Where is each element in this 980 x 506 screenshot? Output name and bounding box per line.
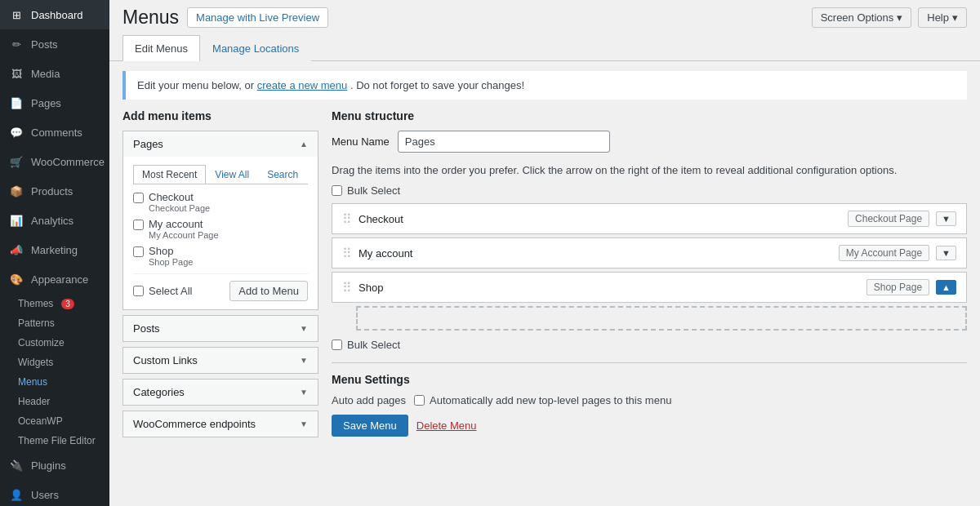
sidebar-sub-item-themes[interactable]: Themes 3 xyxy=(0,294,109,313)
sidebar-sub-item-theme-file-editor[interactable]: Theme File Editor xyxy=(0,431,109,451)
save-menu-button[interactable]: Save Menu xyxy=(332,415,408,437)
notice-text-after: . Do not forget to save your changes! xyxy=(350,79,524,91)
inner-tab-most-recent[interactable]: Most Recent xyxy=(133,165,206,184)
left-column: Add menu items Pages ▲ Most Recent View … xyxy=(122,109,318,442)
appearance-icon: 🎨 xyxy=(8,271,24,287)
select-all-checkbox[interactable] xyxy=(133,286,144,296)
accordion-posts-header[interactable]: Posts ▼ xyxy=(123,316,318,341)
menu-item-checkout-left: ⠿ Checkout xyxy=(342,211,403,227)
drag-handle-icon[interactable]: ⠿ xyxy=(342,246,352,261)
sidebar-item-label: Marketing xyxy=(31,244,78,256)
menu-name-input[interactable] xyxy=(398,131,610,153)
sidebar-item-users[interactable]: 👤 Users xyxy=(0,480,109,506)
add-to-menu-button[interactable]: Add to Menu xyxy=(229,281,308,301)
sidebar-item-analytics[interactable]: 📊 Analytics xyxy=(0,206,109,235)
menu-item-checkout-toggle[interactable]: ▼ xyxy=(936,211,956,226)
menu-item-shop-toggle[interactable]: ▲ xyxy=(936,280,956,295)
accordion-woo-endpoints-header[interactable]: WooCommerce endpoints ▼ xyxy=(123,411,318,437)
sidebar-item-posts[interactable]: ✏ Posts xyxy=(0,29,109,59)
menu-item-checkout-right: Checkout Page ▼ xyxy=(848,211,956,227)
select-all-check: Select All xyxy=(133,285,192,297)
header-label: Header xyxy=(18,396,50,407)
auto-add-check: Automatically add new top-level pages to… xyxy=(414,394,671,406)
inner-tab-search[interactable]: Search xyxy=(258,165,307,184)
accordion-posts-title: Posts xyxy=(133,322,160,335)
menu-name-row: Menu Name xyxy=(332,131,967,153)
drag-handle-icon[interactable]: ⠿ xyxy=(342,211,352,227)
accordion-pages-title: Pages xyxy=(133,138,163,150)
sidebar-item-pages[interactable]: 📄 Pages xyxy=(0,88,109,118)
menu-item-my-account-header: ⠿ My account My Account Page ▼ xyxy=(332,238,966,268)
drag-instruction: Drag the items into the order you prefer… xyxy=(332,164,967,176)
menu-item-shop-type: Shop Page xyxy=(866,279,929,295)
auto-add-label: Auto add pages xyxy=(332,394,406,406)
accordion-woo-endpoints-title: WooCommerce endpoints xyxy=(133,418,256,430)
sidebar-item-label: WooCommerce xyxy=(31,156,105,168)
notice-bar: Edit your menu below, or create a new me… xyxy=(122,71,967,100)
help-label: Help xyxy=(927,11,949,24)
chevron-up-icon: ▲ xyxy=(300,140,308,149)
create-new-menu-link[interactable]: create a new menu xyxy=(257,79,348,91)
menu-name-label: Menu Name xyxy=(332,135,390,148)
sidebar-sub-item-oceanwp[interactable]: OceanWP xyxy=(0,411,109,431)
delete-menu-link[interactable]: Delete Menu xyxy=(416,419,477,432)
menu-item-my-account-toggle[interactable]: ▼ xyxy=(936,246,956,260)
menu-item-my-account-title: My account xyxy=(359,247,412,260)
sidebar-sub-item-customize[interactable]: Customize xyxy=(0,333,109,353)
my-account-checkbox[interactable] xyxy=(133,220,144,230)
accordion-categories-header[interactable]: Categories ▼ xyxy=(123,380,318,405)
menu-item-shop-header: ⠿ Shop Shop Page ▲ xyxy=(332,273,966,302)
sidebar-item-plugins[interactable]: 🔌 Plugins xyxy=(0,451,109,480)
sidebar-item-marketing[interactable]: 📣 Marketing xyxy=(0,235,109,264)
manage-live-preview-button[interactable]: Manage with Live Preview xyxy=(187,7,328,28)
inner-tab-view-all[interactable]: View All xyxy=(206,165,258,184)
help-button[interactable]: Help ▾ xyxy=(918,7,967,28)
bulk-select-top-label[interactable]: Bulk Select xyxy=(347,184,400,197)
accordion-custom-links-title: Custom Links xyxy=(133,354,198,366)
theme-file-editor-label: Theme File Editor xyxy=(18,435,96,446)
tab-edit-menus[interactable]: Edit Menus xyxy=(122,35,200,61)
sidebar-item-media[interactable]: 🖼 Media xyxy=(0,59,109,88)
bulk-select-bottom-row: Bulk Select xyxy=(332,339,967,351)
sidebar-item-label: Dashboard xyxy=(31,9,83,21)
sidebar-sub-item-patterns[interactable]: Patterns xyxy=(0,313,109,333)
shop-checkbox[interactable] xyxy=(133,246,144,257)
accordion-pages-header[interactable]: Pages ▲ xyxy=(123,131,318,157)
my-account-label[interactable]: My account My Account Page xyxy=(149,218,219,240)
sidebar-item-woocommerce[interactable]: 🛒 WooCommerce xyxy=(0,147,109,176)
sidebar-item-dashboard[interactable]: ⊞ Dashboard xyxy=(0,0,109,29)
sidebar-item-appearance[interactable]: 🎨 Appearance xyxy=(0,264,109,294)
auto-add-checkbox[interactable] xyxy=(414,395,425,406)
sidebar-item-products[interactable]: 📦 Products xyxy=(0,176,109,206)
auto-add-check-label[interactable]: Automatically add new top-level pages to… xyxy=(430,394,671,406)
select-all-label[interactable]: Select All xyxy=(149,285,192,297)
menu-item-shop-left: ⠿ Shop xyxy=(342,280,383,295)
posts-icon: ✏ xyxy=(8,36,24,52)
screen-options-button[interactable]: Screen Options ▾ xyxy=(812,7,912,28)
sidebar-sub-item-menus[interactable]: Menus xyxy=(0,372,109,392)
comments-icon: 💬 xyxy=(8,124,24,140)
accordion-categories-title: Categories xyxy=(133,386,185,398)
chevron-down-icon: ▼ xyxy=(300,324,308,333)
tab-manage-locations[interactable]: Manage Locations xyxy=(200,35,311,61)
sidebar-sub-item-widgets[interactable]: Widgets xyxy=(0,353,109,372)
select-all-row: Select All Add to Menu xyxy=(133,273,308,301)
marketing-icon: 📣 xyxy=(8,242,24,258)
sidebar-item-label: Appearance xyxy=(31,273,88,286)
checkout-label[interactable]: Checkout Checkout Page xyxy=(149,191,210,213)
plugins-icon: 🔌 xyxy=(8,457,24,473)
sidebar-item-comments[interactable]: 💬 Comments xyxy=(0,118,109,147)
sidebar-sub-item-header[interactable]: Header xyxy=(0,392,109,411)
checkout-checkbox[interactable] xyxy=(133,193,144,203)
bulk-select-bottom-checkbox[interactable] xyxy=(332,340,342,350)
bulk-select-top-checkbox[interactable] xyxy=(332,185,342,196)
shop-label[interactable]: Shop Shop Page xyxy=(149,245,193,267)
right-column: Menu structure Menu Name Drag the items … xyxy=(332,109,967,442)
accordion-custom-links-header[interactable]: Custom Links ▼ xyxy=(123,348,318,373)
drag-handle-icon[interactable]: ⠿ xyxy=(342,280,352,295)
bulk-select-top-row: Bulk Select xyxy=(332,184,967,197)
bulk-select-bottom-label[interactable]: Bulk Select xyxy=(347,339,400,351)
woocommerce-icon: 🛒 xyxy=(8,153,24,170)
menu-item-shop-right: Shop Page ▲ xyxy=(866,279,956,295)
accordion-categories: Categories ▼ xyxy=(122,379,318,406)
